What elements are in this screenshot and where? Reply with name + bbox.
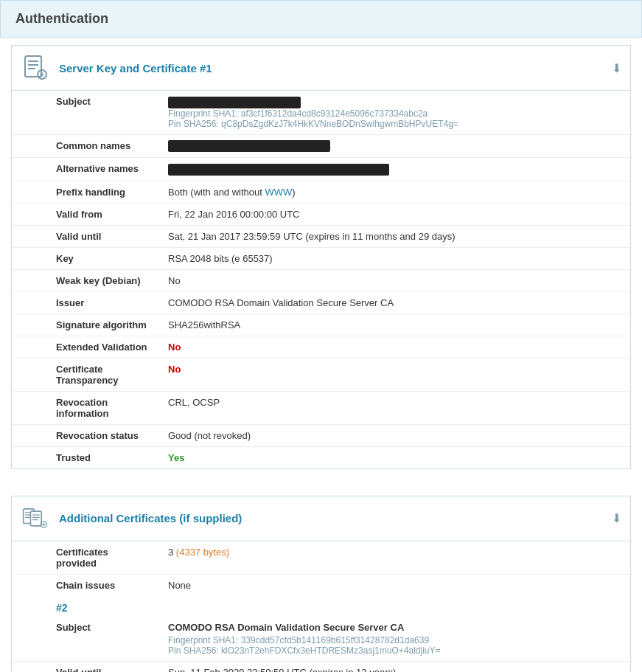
table-row: Chain issues None xyxy=(12,574,630,596)
certs-provided-label: Certificates provided xyxy=(12,541,159,575)
certs-bytes: (4337 bytes) xyxy=(176,547,229,558)
cert2-table: Subject COMODO RSA Domain Validation Sec… xyxy=(12,617,630,672)
table-row: Subject COMODO RSA Domain Validation Sec… xyxy=(12,617,630,662)
key-label: Key xyxy=(12,247,159,269)
table-row: Extended Validation No xyxy=(12,336,630,358)
certs-count: 3 xyxy=(168,547,176,558)
auth-header: Authentication xyxy=(0,0,642,38)
weak-key-label: Weak key (Debian) xyxy=(12,269,159,291)
cert2-subject-name: COMODO RSA Domain Validation Secure Serv… xyxy=(168,622,621,633)
trusted-status: Yes xyxy=(168,452,184,463)
chain-issues-label: Chain issues xyxy=(12,574,159,596)
cert-trans-label: Certificate Transparency xyxy=(12,358,159,391)
subject-label: Subject xyxy=(12,91,159,134)
table-row: Alternative names xyxy=(12,158,630,181)
svg-rect-11 xyxy=(30,511,41,526)
chain-issues-value: None xyxy=(159,574,630,596)
cert-trans-value: No xyxy=(159,358,630,391)
server-cert-section: Server Key and Certificate #1 ⬇ Subject … xyxy=(11,45,631,469)
weak-key-value: No xyxy=(159,269,630,291)
certs-provided-value: 3 (4337 bytes) xyxy=(159,541,630,575)
cert2-fingerprint2: Pin SHA256: klO23nT2ehFDXCfx3eHTDRESMz3a… xyxy=(168,645,621,656)
table-row: Common names xyxy=(12,134,630,158)
common-names-label: Common names xyxy=(12,134,159,158)
sig-algo-value: SHA256withRSA xyxy=(159,314,630,336)
section2-download-icon[interactable]: ⬇ xyxy=(612,511,621,525)
cert2-subject-label: Subject xyxy=(12,617,159,662)
page-wrapper: Authentication Server Key and Certificat… xyxy=(0,0,642,672)
cert2-fingerprint1: Fingerprint SHA1: 339cdd57cfd5b141169b61… xyxy=(168,635,621,645)
section1-header: Server Key and Certificate #1 ⬇ xyxy=(12,46,630,91)
alt-names-label: Alternative names xyxy=(12,158,159,181)
cert2-valid-until-label: Valid until xyxy=(12,661,159,672)
table-row: Certificate Transparency No xyxy=(12,358,630,391)
additional-certs-section: Additional Certificates (if supplied) ⬇ … xyxy=(11,496,631,672)
prefix-label: Prefix handling xyxy=(12,181,159,203)
cert2-valid-until-value: Sun, 11 Feb 2029 23:59:59 UTC (expires i… xyxy=(159,661,630,672)
revoc-status-label: Revocation status xyxy=(12,424,159,446)
trusted-value: Yes xyxy=(159,446,630,468)
cert-trans-status: No xyxy=(168,364,181,375)
additional-cert-icon xyxy=(21,504,50,533)
table-row: Prefix handling Both (with and without W… xyxy=(12,181,630,203)
table-row: Revocation information CRL, OCSP xyxy=(12,391,630,424)
svg-rect-0 xyxy=(25,56,41,77)
cert2-number: #2 xyxy=(12,596,630,617)
ext-val-label: Extended Validation xyxy=(12,336,159,358)
common-names-redacted xyxy=(168,140,330,152)
alt-names-value xyxy=(159,158,630,181)
key-value: RSA 2048 bits (e 65537) xyxy=(159,247,630,269)
section2-header: Additional Certificates (if supplied) ⬇ xyxy=(12,496,630,541)
ext-val-value: No xyxy=(159,336,630,358)
cert-icon xyxy=(21,53,50,83)
table-row: Certificates provided 3 (4337 bytes) xyxy=(12,541,630,575)
table-row: Key RSA 2048 bits (e 65537) xyxy=(12,247,630,269)
section2-table: Certificates provided 3 (4337 bytes) Cha… xyxy=(12,541,630,596)
table-row: Signature algorithm SHA256withRSA xyxy=(12,314,630,336)
revoc-info-label: Revocation information xyxy=(12,391,159,424)
fingerprint2-text: Pin SHA256: qC8pDsZgdKzJ7k4HkKVNneBODnSw… xyxy=(168,119,621,129)
subject-redacted xyxy=(168,97,301,108)
table-row: Weak key (Debian) No xyxy=(12,269,630,291)
fingerprint1-text: Fingerprint SHA1: af3cf1f6312da4cd8c9312… xyxy=(168,108,621,119)
table-row: Trusted Yes xyxy=(12,446,630,468)
cert2-subject-value: COMODO RSA Domain Validation Secure Serv… xyxy=(159,617,630,662)
trusted-label: Trusted xyxy=(12,446,159,468)
table-row: Subject Fingerprint SHA1: af3cf1f6312da4… xyxy=(12,91,630,134)
section1-table: Subject Fingerprint SHA1: af3cf1f6312da4… xyxy=(12,91,630,468)
section2-title[interactable]: Additional Certificates (if supplied) xyxy=(59,512,612,524)
section1-title[interactable]: Server Key and Certificate #1 xyxy=(59,62,612,75)
revoc-status-value: Good (not revoked) xyxy=(159,424,630,446)
valid-from-label: Valid from xyxy=(12,203,159,225)
issuer-label: Issuer xyxy=(12,291,159,314)
subject-value: Fingerprint SHA1: af3cf1f6312da4cd8c9312… xyxy=(159,91,630,134)
alt-names-redacted xyxy=(168,164,389,176)
revoc-info-value: CRL, OCSP xyxy=(159,391,630,424)
table-row: Valid from Fri, 22 Jan 2016 00:00:00 UTC xyxy=(12,203,630,225)
prefix-value: Both (with and without WWW) xyxy=(159,181,630,203)
valid-until-value: Sat, 21 Jan 2017 23:59:59 UTC (expires i… xyxy=(159,225,630,247)
common-names-value xyxy=(159,134,630,158)
www-link[interactable]: WWW xyxy=(265,187,293,198)
valid-from-value: Fri, 22 Jan 2016 00:00:00 UTC xyxy=(159,203,630,225)
page-title: Authentication xyxy=(15,11,627,27)
sig-algo-label: Signature algorithm xyxy=(12,314,159,336)
section1-download-icon[interactable]: ⬇ xyxy=(612,61,621,75)
table-row: Valid until Sun, 11 Feb 2029 23:59:59 UT… xyxy=(12,661,630,672)
ext-val-status: No xyxy=(168,342,181,353)
table-row: Valid until Sat, 21 Jan 2017 23:59:59 UT… xyxy=(12,225,630,247)
table-row: Issuer COMODO RSA Domain Validation Secu… xyxy=(12,291,630,314)
table-row: Revocation status Good (not revoked) xyxy=(12,424,630,446)
issuer-value: COMODO RSA Domain Validation Secure Serv… xyxy=(159,291,630,314)
valid-until-label: Valid until xyxy=(12,225,159,247)
